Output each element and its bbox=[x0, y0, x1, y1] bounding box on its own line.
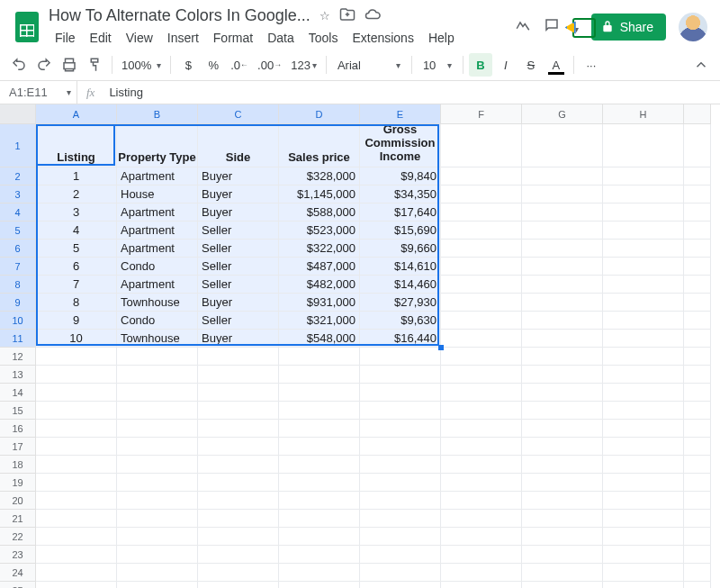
cell-G3[interactable] bbox=[522, 185, 603, 204]
cell-G23[interactable] bbox=[522, 546, 603, 564]
cell-H12[interactable] bbox=[603, 348, 684, 366]
font-size-select[interactable]: 10▾ bbox=[418, 53, 457, 77]
cell-C15[interactable] bbox=[198, 402, 279, 420]
cell-E19[interactable] bbox=[360, 474, 441, 492]
cell-B5[interactable]: Apartment bbox=[117, 222, 198, 240]
cell-C22[interactable] bbox=[198, 528, 279, 546]
cell-G16[interactable] bbox=[522, 420, 603, 438]
cell-B4[interactable]: Apartment bbox=[117, 204, 198, 222]
cell-D13[interactable] bbox=[279, 366, 360, 384]
menu-file[interactable]: File bbox=[49, 27, 82, 49]
cell-B10[interactable]: Condo bbox=[117, 312, 198, 330]
cell-D20[interactable] bbox=[279, 492, 360, 510]
cell-E21[interactable] bbox=[360, 510, 441, 528]
cell-F5[interactable] bbox=[441, 222, 522, 240]
cell-F6[interactable] bbox=[441, 240, 522, 258]
cell-G18[interactable] bbox=[522, 456, 603, 474]
cell-B9[interactable]: Townhouse bbox=[117, 294, 198, 312]
cell-H15[interactable] bbox=[603, 402, 684, 420]
cell-F10[interactable] bbox=[441, 312, 522, 330]
row-header-2[interactable]: 2 bbox=[0, 167, 36, 185]
cell-B20[interactable] bbox=[117, 492, 198, 510]
cell-A2[interactable]: 1 bbox=[36, 167, 117, 185]
row-header-8[interactable]: 8 bbox=[0, 276, 36, 294]
cell-G17[interactable] bbox=[522, 438, 603, 456]
cell-B11[interactable]: Townhouse bbox=[117, 330, 198, 348]
menu-data[interactable]: Data bbox=[261, 27, 301, 49]
cell-D5[interactable]: $523,000 bbox=[279, 222, 360, 240]
cell-C8[interactable]: Seller bbox=[198, 276, 279, 294]
share-button[interactable]: Share bbox=[591, 14, 666, 41]
cell-H4[interactable] bbox=[603, 204, 684, 222]
cell-D19[interactable] bbox=[279, 474, 360, 492]
cell-E20[interactable] bbox=[360, 492, 441, 510]
cell-B7[interactable]: Condo bbox=[117, 258, 198, 276]
cell-H8[interactable] bbox=[603, 276, 684, 294]
cell-B13[interactable] bbox=[117, 366, 198, 384]
cell-H1[interactable] bbox=[603, 124, 684, 167]
cell-A25[interactable] bbox=[36, 582, 117, 588]
cell-C12[interactable] bbox=[198, 348, 279, 366]
cell-F20[interactable] bbox=[441, 492, 522, 510]
cell-H25[interactable] bbox=[603, 582, 684, 588]
paint-format-button[interactable] bbox=[83, 53, 106, 77]
cell-H6[interactable] bbox=[603, 240, 684, 258]
cell-H7[interactable] bbox=[603, 258, 684, 276]
cell-G14[interactable] bbox=[522, 384, 603, 402]
star-icon[interactable]: ☆ bbox=[320, 9, 330, 23]
cell-D18[interactable] bbox=[279, 456, 360, 474]
percent-button[interactable]: % bbox=[202, 53, 225, 77]
activity-icon[interactable] bbox=[515, 17, 531, 38]
cell-F7[interactable] bbox=[441, 258, 522, 276]
cell-B25[interactable] bbox=[117, 582, 198, 588]
cell-A3[interactable]: 2 bbox=[36, 185, 117, 204]
font-select[interactable]: Arial▾ bbox=[332, 53, 406, 77]
cell-F13[interactable] bbox=[441, 366, 522, 384]
cell-G25[interactable] bbox=[522, 582, 603, 588]
name-box[interactable]: A1:E11▾ bbox=[0, 81, 77, 104]
cell-C5[interactable]: Seller bbox=[198, 222, 279, 240]
cell-G1[interactable] bbox=[522, 124, 603, 167]
cell-B19[interactable] bbox=[117, 474, 198, 492]
cell-A10[interactable]: 9 bbox=[36, 312, 117, 330]
row-header-12[interactable]: 12 bbox=[0, 348, 36, 366]
cell-F24[interactable] bbox=[441, 564, 522, 582]
cell-D3[interactable]: $1,145,000 bbox=[279, 185, 360, 204]
print-button[interactable] bbox=[58, 53, 81, 77]
column-header-F[interactable]: F bbox=[441, 104, 522, 124]
cell-B23[interactable] bbox=[117, 546, 198, 564]
cell-A11[interactable]: 10 bbox=[36, 330, 117, 348]
cell-G20[interactable] bbox=[522, 492, 603, 510]
cell-C11[interactable]: Buyer bbox=[198, 330, 279, 348]
cell-E6[interactable]: $9,660 bbox=[360, 240, 441, 258]
row-header-25[interactable]: 25 bbox=[0, 582, 36, 588]
cell-D9[interactable]: $931,000 bbox=[279, 294, 360, 312]
cell-D8[interactable]: $482,000 bbox=[279, 276, 360, 294]
cell-B24[interactable] bbox=[117, 564, 198, 582]
cell-E24[interactable] bbox=[360, 564, 441, 582]
cell-H14[interactable] bbox=[603, 384, 684, 402]
cell-D6[interactable]: $322,000 bbox=[279, 240, 360, 258]
cell-G10[interactable] bbox=[522, 312, 603, 330]
cell-E2[interactable]: $9,840 bbox=[360, 167, 441, 185]
cell-A23[interactable] bbox=[36, 546, 117, 564]
cell-F15[interactable] bbox=[441, 402, 522, 420]
column-header-A[interactable]: A bbox=[36, 104, 117, 124]
meet-icon[interactable]: ▾ bbox=[572, 18, 579, 37]
cell-H18[interactable] bbox=[603, 456, 684, 474]
cell-F8[interactable] bbox=[441, 276, 522, 294]
cell-G11[interactable] bbox=[522, 330, 603, 348]
cell-H24[interactable] bbox=[603, 564, 684, 582]
increase-decimal-button[interactable]: .00→ bbox=[254, 53, 285, 77]
cell-C4[interactable]: Buyer bbox=[198, 204, 279, 222]
formula-input[interactable]: Listing bbox=[104, 86, 143, 99]
cell-B18[interactable] bbox=[117, 456, 198, 474]
cell-E23[interactable] bbox=[360, 546, 441, 564]
cell-D15[interactable] bbox=[279, 402, 360, 420]
cell-D16[interactable] bbox=[279, 420, 360, 438]
cell-A4[interactable]: 3 bbox=[36, 204, 117, 222]
cell-A13[interactable] bbox=[36, 366, 117, 384]
cell-F11[interactable] bbox=[441, 330, 522, 348]
cell-A12[interactable] bbox=[36, 348, 117, 366]
cell-C10[interactable]: Seller bbox=[198, 312, 279, 330]
